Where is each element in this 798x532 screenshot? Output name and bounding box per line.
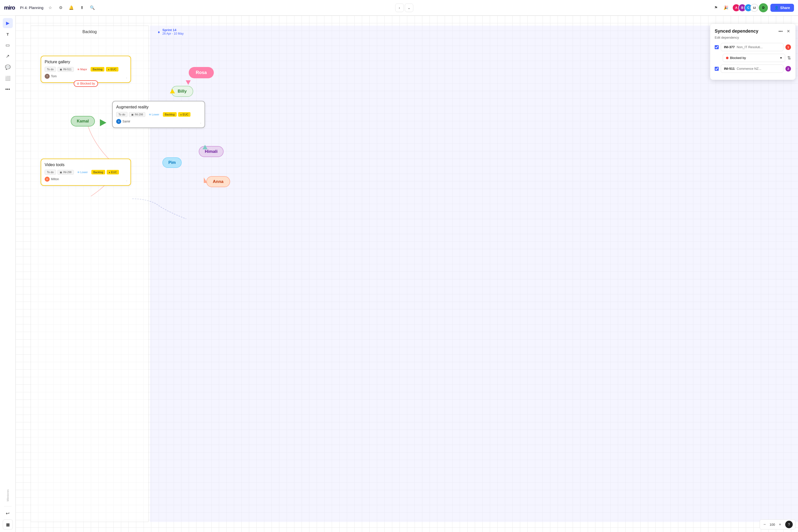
kamal-arrow — [100, 119, 107, 126]
tag-euc-aug: ⬧ EUC — [178, 112, 190, 117]
tool-cursor[interactable]: ▶ — [3, 18, 13, 28]
nav-prev-button[interactable]: ‹ — [395, 3, 399, 12]
sticky-anna[interactable]: Anna — [206, 176, 230, 187]
topbar: miro PI 4: Planning ☆ ⚙ 🔔 ⬆ 🔍 ‹ ⌄ ⚑ 🎉 A … — [0, 0, 399, 16]
tag-priority-vid: ≋ Lower — [75, 170, 90, 175]
card-augmented-reality[interactable]: Augmented reality To do ▣INI-298 ≋ Lower… — [112, 101, 205, 128]
card-corner-arrow-vid: ⬫ — [126, 178, 128, 183]
tag-backlog: Backlog — [91, 67, 104, 72]
tag-backlog-vid: Backlog — [91, 170, 105, 174]
tag-todo-vid: To do — [45, 170, 56, 175]
card-video-tags: To do ▣INI-298 ≋ Lower Backlog ⬧ EUC — [45, 170, 127, 175]
canvas[interactable]: Backlog ⬧ Sprint 14 26 Apr - 10 May Pict… — [16, 16, 399, 266]
blocked-badge: ⊘ Blocked by — [74, 80, 98, 87]
user-avatar-tom: T — [45, 74, 50, 79]
left-sidebar: ▶ T ▭ ↗ 💬 ⬜ ••• Milestones ↩ ↪ — [0, 16, 16, 266]
board-title: PI 4: Planning — [20, 5, 43, 10]
sticky-rosa[interactable]: Rosa — [189, 67, 214, 78]
tag-priority: ≋ Major — [75, 67, 89, 72]
user-avatar-milton: M — [45, 177, 50, 182]
tag-id: ▣INI-511 — [57, 67, 74, 72]
sticky-kamal[interactable]: Kamal — [71, 116, 95, 127]
card-video-tools[interactable]: Video tools To do ▣INI-298 ≋ Lower Backl… — [41, 158, 131, 186]
card-gallery-user: T Tom — [45, 74, 127, 79]
triangle-anna — [204, 177, 207, 183]
tool-comment[interactable]: 💬 — [3, 62, 13, 72]
tag-euc: ⬧ EUC — [106, 67, 118, 72]
backlog-header: Backlog — [31, 26, 148, 38]
miro-logo: miro — [4, 4, 15, 11]
triangle-himali — [203, 145, 208, 149]
tool-arrow[interactable]: ↗ — [3, 51, 13, 61]
search-icon[interactable]: 🔍 — [89, 4, 96, 12]
card-augmented-tags: To do ▣INI-298 ≋ Lower Backlog ⬧ EUC — [116, 112, 201, 117]
card-picture-gallery[interactable]: Picture gallery To do ▣INI-511 ≋ Major B… — [41, 56, 131, 83]
favorite-icon[interactable]: ☆ — [46, 4, 54, 12]
sticky-pim[interactable]: Pim — [163, 157, 182, 168]
tool-frame[interactable]: ⬜ — [3, 73, 13, 83]
user-avatar-samir: S — [116, 119, 121, 124]
canvas-content: Backlog ⬧ Sprint 14 26 Apr - 10 May Pict… — [16, 16, 399, 266]
tag-euc-vid: ⬧ EUC — [107, 170, 119, 174]
tool-text[interactable]: T — [3, 29, 13, 39]
notifications-icon[interactable]: 🔔 — [68, 4, 75, 12]
tag-id-aug: ▣INI-298 — [129, 112, 145, 117]
jira-icon: ⬧ — [157, 29, 160, 35]
triangle-rosa — [186, 80, 191, 85]
tag-priority-aug: ≋ Lower — [147, 112, 162, 117]
card-gallery-title: Picture gallery — [45, 60, 127, 64]
triangle-billy — [170, 89, 175, 93]
tool-more[interactable]: ••• — [3, 84, 13, 94]
tool-sticky[interactable]: ▭ — [3, 40, 13, 50]
share-upload-icon[interactable]: ⬆ — [78, 4, 86, 12]
card-video-title: Video tools — [45, 163, 127, 167]
sprint-header: Sprint 14 26 Apr - 10 May — [163, 28, 184, 35]
card-corner-arrow-aug: ⬫ — [200, 120, 202, 125]
tag-backlog-aug: Backlog — [163, 112, 177, 117]
card-gallery-tags: To do ▣INI-511 ≋ Major Backlog ⬧ EUC — [45, 67, 127, 72]
card-augmented-title: Augmented reality — [116, 105, 201, 109]
tag-todo: To do — [45, 67, 56, 72]
card-video-user: M Milton — [45, 177, 127, 182]
sprint-column: ⬧ Sprint 14 26 Apr - 10 May — [150, 25, 399, 266]
tag-todo-aug: To do — [116, 112, 128, 117]
card-corner-arrow: ⬫ — [126, 75, 128, 80]
tag-id-vid: ▣INI-298 — [57, 170, 74, 175]
settings-icon[interactable]: ⚙ — [57, 4, 64, 12]
card-augmented-user: S Samir — [116, 119, 201, 124]
